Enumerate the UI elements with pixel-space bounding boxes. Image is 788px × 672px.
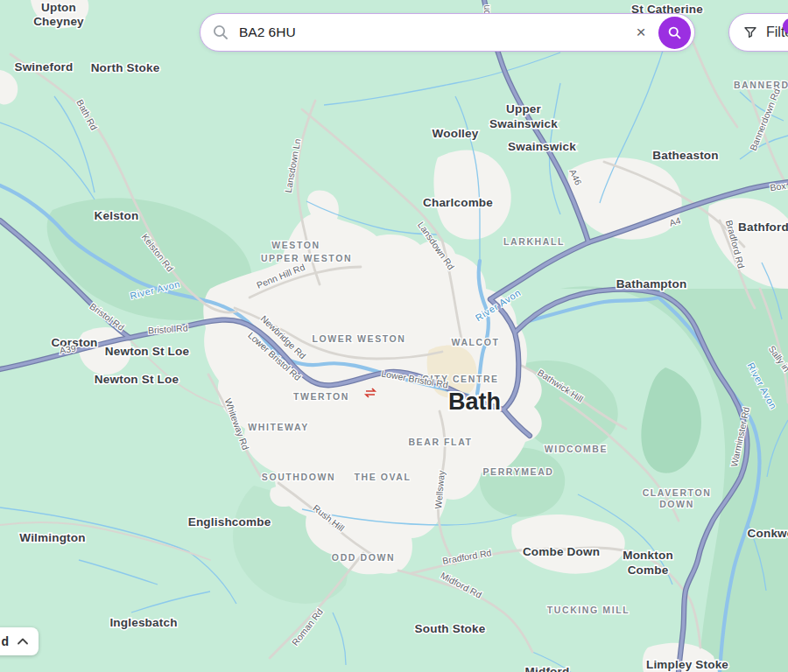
map-panel-toggle-button[interactable]: d [0, 627, 39, 655]
district-label: ODD DOWN [332, 552, 395, 563]
district-label: WESTON [271, 240, 320, 250]
district-label: CLAVERTON [643, 487, 712, 498]
town-label: Woolley [433, 127, 479, 140]
town-label: Inglesbatch [109, 616, 177, 629]
town-label: Swineford [14, 60, 73, 74]
town-label: Monkton [623, 549, 673, 562]
district-label: TWERTON [293, 391, 349, 402]
district-label: PERRYMEAD [482, 466, 553, 477]
town-label: Cheyney [33, 15, 84, 28]
town-label: Combe Down [523, 545, 600, 558]
town-label: Swainswick [489, 117, 558, 130]
town-label: Limpley Stoke [646, 658, 728, 671]
town-label: Upper [506, 102, 542, 116]
chevron-up-icon [17, 637, 29, 646]
district-label: LOWER WESTON [312, 333, 405, 344]
town-label: Midford [525, 665, 570, 672]
district-label: BEAR FLAT [408, 437, 472, 447]
town-label: Conkwell [748, 527, 788, 540]
town-label: Newton St Loe [105, 345, 190, 358]
map-panel-toggle-label: d [1, 634, 9, 648]
district-label: SOUTHDOWN [262, 472, 335, 482]
town-label: Bathampton [616, 277, 687, 290]
search-input[interactable] [237, 24, 628, 41]
town-label: Batheaston [652, 149, 719, 162]
district-label: THE OVAL [354, 472, 411, 482]
town-label: Upton [41, 1, 76, 14]
district-label: LARKHALL [503, 236, 565, 247]
town-label: Kelston [95, 209, 139, 222]
town-label: Combe [628, 564, 669, 577]
town-label: South Stoke [415, 622, 486, 635]
search-bar: × [200, 13, 695, 52]
district-label: WHITEWAY [248, 422, 309, 432]
town-label: North Stoke [91, 61, 160, 74]
town-label: Newton St Loe [95, 373, 179, 386]
district-label: WALCOT [451, 337, 499, 347]
district-label: DOWN [659, 499, 694, 509]
clear-search-button[interactable]: × [628, 19, 654, 46]
town-label: Wilmington [19, 531, 85, 544]
search-icon [212, 24, 229, 41]
district-label: TUCKING MILL [547, 605, 630, 615]
city-label: Bath [448, 388, 501, 415]
search-submit-icon [667, 25, 682, 40]
town-label: Englishcombe [188, 515, 271, 528]
map-page: { "search": { "value": "BA2 6HU", "place… [0, 0, 788, 672]
filter-funnel-icon [742, 24, 758, 40]
district-label: WIDCOMBE [545, 444, 608, 454]
search-submit-button[interactable] [658, 17, 691, 49]
district-label: UPPER WESTON [261, 253, 352, 263]
town-label: Charlcombe [423, 196, 493, 209]
filter-button[interactable]: Filter [728, 13, 788, 52]
map-canvas[interactable]: UptonCheyneySwinefordNorth StokeKelstonC… [0, 0, 788, 672]
district-label: BANNERDOWN [734, 80, 788, 90]
town-label: Bathford [738, 220, 788, 234]
town-label: Swainswick [508, 140, 576, 153]
